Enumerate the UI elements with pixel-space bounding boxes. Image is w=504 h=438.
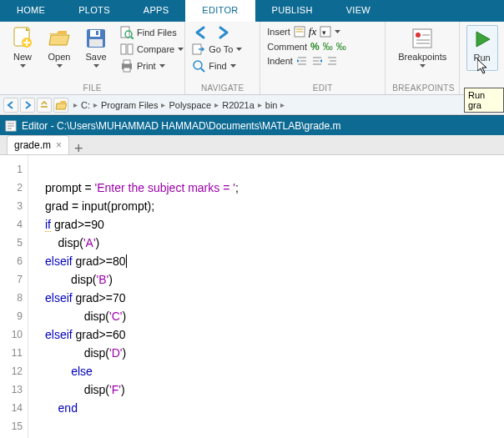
- chevron-down-icon: [335, 30, 340, 33]
- nav-up-button[interactable]: [37, 98, 52, 113]
- insert-var-icon[interactable]: ▾: [320, 26, 331, 38]
- ribbon-tabs: HOME PLOTS APPS EDITOR PUBLISH VIEW: [0, 0, 504, 22]
- run-button[interactable]: Run: [466, 25, 498, 71]
- print-button[interactable]: Print: [120, 58, 184, 73]
- nav-fwd-small-button[interactable]: [20, 98, 35, 113]
- nav-fwd-button[interactable]: [214, 25, 232, 40]
- comment-icon[interactable]: %: [310, 41, 320, 53]
- tab-publish[interactable]: PUBLISH: [255, 0, 330, 22]
- svg-marker-23: [236, 48, 242, 51]
- svg-marker-6: [57, 64, 63, 68]
- chevron-down-icon: [93, 64, 99, 68]
- svg-line-25: [201, 68, 204, 72]
- open-button[interactable]: Open: [43, 25, 75, 69]
- svg-point-24: [194, 61, 202, 69]
- chevron-down-icon: [236, 48, 242, 51]
- svg-rect-15: [121, 44, 126, 54]
- run-icon: [471, 28, 494, 51]
- new-tab-button[interactable]: +: [74, 143, 83, 154]
- svg-rect-19: [123, 60, 130, 64]
- open-folder-icon: [48, 27, 71, 50]
- chevron-down-icon: [178, 48, 184, 51]
- tab-editor[interactable]: EDITOR: [185, 0, 255, 22]
- breakpoints-icon: [411, 27, 434, 50]
- tab-home[interactable]: HOME: [0, 0, 62, 22]
- find-button[interactable]: Find: [192, 58, 235, 73]
- compare-icon: [120, 43, 134, 56]
- indent-left-icon[interactable]: [311, 55, 323, 67]
- new-button[interactable]: New: [7, 25, 38, 69]
- group-label-navigate: NAVIGATE: [192, 82, 253, 93]
- svg-marker-17: [178, 48, 184, 51]
- editor-title-bar: Editor - C:\Users\MUHAMMAD HAMMAD\Docume…: [0, 115, 504, 135]
- svg-marker-32: [335, 30, 340, 33]
- breadcrumb[interactable]: ▸ C: ▸ Program Files ▸ Polyspace ▸ R2021…: [73, 100, 285, 110]
- svg-marker-50: [476, 32, 490, 47]
- indent-label: Indent: [267, 56, 293, 66]
- new-file-icon: [11, 27, 34, 50]
- find-icon: [192, 59, 205, 73]
- tab-plots[interactable]: PLOTS: [62, 0, 127, 22]
- find-files-button[interactable]: Find Files: [120, 25, 184, 40]
- tab-apps[interactable]: APPS: [127, 0, 186, 22]
- indent-right-icon[interactable]: [296, 55, 308, 67]
- save-icon: [84, 27, 108, 50]
- svg-marker-49: [420, 64, 426, 68]
- find-files-icon: [120, 26, 134, 39]
- line-gutter: 123456789101112131415: [0, 155, 28, 438]
- group-label-breakpoints: BREAKPOINTS: [392, 82, 452, 93]
- chevron-down-icon: [420, 64, 426, 68]
- svg-marker-36: [297, 59, 300, 63]
- print-icon: [120, 59, 134, 73]
- tooltip: Run gra: [464, 88, 504, 113]
- group-label-file: FILE: [7, 82, 178, 93]
- chevron-down-icon: [57, 64, 63, 68]
- smart-indent-icon[interactable]: [326, 55, 338, 67]
- compare-button[interactable]: Compare: [120, 42, 184, 57]
- chevron-down-icon: [159, 64, 165, 68]
- save-button[interactable]: Save: [80, 25, 112, 69]
- editor-title-text: Editor - C:\Users\MUHAMMAD HAMMAD\Docume…: [22, 120, 341, 132]
- goto-button[interactable]: Go To: [192, 42, 242, 57]
- svg-rect-44: [413, 29, 431, 48]
- code-content[interactable]: prompt = 'Enter the subject marks = ';gr…: [28, 155, 239, 438]
- nav-back-button[interactable]: [192, 25, 210, 40]
- document-tabs: grade.m × +: [0, 135, 504, 155]
- chevron-down-icon: [20, 64, 26, 68]
- chevron-down-icon: [230, 64, 236, 68]
- group-label-edit: EDIT: [267, 82, 378, 93]
- nav-back-small-button[interactable]: [3, 98, 18, 113]
- svg-rect-10: [89, 39, 103, 47]
- svg-text:▾: ▾: [322, 28, 326, 37]
- svg-line-14: [131, 37, 134, 39]
- mouse-cursor-icon: [477, 59, 489, 74]
- svg-marker-21: [159, 64, 165, 68]
- svg-marker-26: [230, 64, 236, 68]
- toolstrip: New Open Save: [0, 22, 504, 95]
- svg-marker-40: [320, 59, 322, 63]
- insert-label: Insert: [267, 27, 290, 37]
- svg-marker-52: [477, 59, 486, 73]
- svg-marker-11: [93, 64, 99, 68]
- insert-section-icon[interactable]: [294, 26, 305, 38]
- goto-icon: [192, 43, 205, 56]
- svg-point-45: [416, 33, 421, 38]
- tab-view[interactable]: VIEW: [330, 0, 387, 22]
- svg-rect-16: [128, 44, 133, 54]
- insert-fx-icon[interactable]: fx: [309, 25, 316, 38]
- svg-rect-20: [123, 68, 130, 72]
- svg-rect-8: [90, 30, 100, 37]
- breakpoints-button[interactable]: Breakpoints: [396, 25, 448, 69]
- close-icon[interactable]: ×: [56, 139, 62, 151]
- svg-rect-9: [96, 31, 98, 35]
- code-editor[interactable]: 123456789101112131415 prompt = 'Enter th…: [0, 155, 504, 438]
- svg-marker-5: [20, 64, 26, 68]
- wrap-comment-icon[interactable]: ‰: [336, 41, 346, 53]
- uncomment-icon[interactable]: ‰: [323, 41, 333, 53]
- doc-tab-grade[interactable]: grade.m ×: [7, 135, 69, 154]
- comment-label: Comment: [267, 42, 307, 52]
- browse-folder-button[interactable]: [53, 98, 68, 113]
- address-bar: ▸ C: ▸ Program Files ▸ Polyspace ▸ R2021…: [0, 95, 504, 115]
- editor-doc-icon: [5, 120, 17, 132]
